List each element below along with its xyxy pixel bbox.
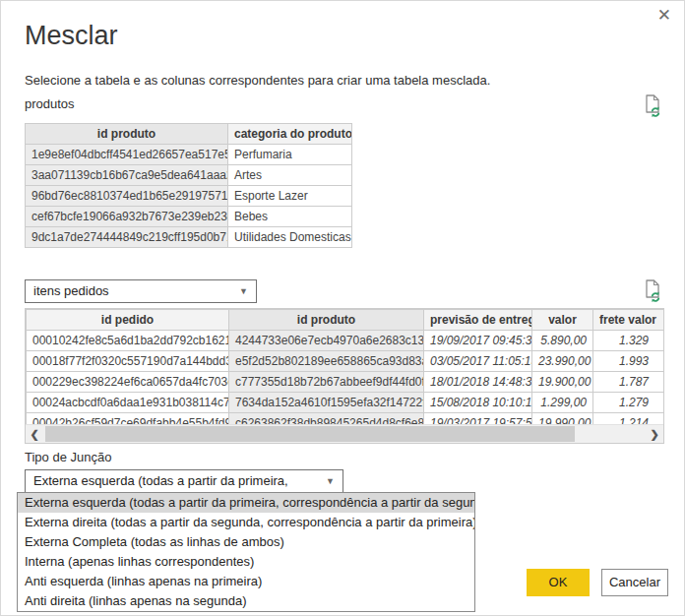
products-table: id produto categoria do produto 1e9e8ef0… (25, 123, 352, 248)
orders-table-viewport: id pedido id produto previsão de entrega… (25, 308, 664, 444)
scroll-left-icon[interactable]: ❮ (26, 425, 43, 443)
column-header-frete-valor[interactable]: frete valor (593, 310, 665, 331)
chevron-down-icon: ▼ (326, 470, 335, 492)
close-icon[interactable]: ✕ (657, 7, 671, 24)
option-externa-completa[interactable]: Externa Completa (todas as linhas de amb… (18, 532, 474, 552)
table-select-dropdown[interactable]: itens pedidos ▼ (25, 279, 257, 303)
table-header-row: id produto categoria do produto (26, 124, 352, 145)
option-externa-direita[interactable]: Externa direita (todas a partir da segun… (18, 513, 474, 532)
refresh-preview-icon[interactable] (642, 278, 663, 302)
column-header-id-produto[interactable]: id produto (229, 310, 424, 331)
merge-dialog: ✕ Mesclar Selecione a tabela e as coluna… (0, 0, 685, 616)
table-row: 1e9e8ef04dbcff4541ed26657ea517e5Perfumar… (26, 145, 352, 165)
products-table-label: produtos (25, 96, 75, 111)
column-header-id-pedido[interactable]: id pedido (27, 310, 229, 331)
cancel-button[interactable]: Cancelar (601, 569, 668, 596)
column-header-id-produto[interactable]: id produto (26, 124, 228, 145)
join-kind-dropdown[interactable]: Externa esquerda (todas a partir da prim… (25, 469, 343, 493)
option-anti-direita[interactable]: Anti direita (linhas apenas na segunda) (18, 591, 474, 611)
orders-table: id pedido id produto previsão de entrega… (26, 309, 664, 434)
table-header-row: id pedido id produto previsão de entrega… (27, 310, 665, 331)
column-header-categoria[interactable]: categoria do produto (228, 124, 352, 145)
scrollbar-thumb[interactable] (45, 426, 575, 442)
refresh-preview-icon[interactable] (642, 93, 663, 117)
join-kind-label: Tipo de Junção (25, 450, 111, 464)
column-header-valor[interactable]: valor (532, 310, 593, 331)
option-anti-esquerda[interactable]: Anti esquerda (linhas apenas na primeira… (18, 572, 474, 591)
ok-button[interactable]: OK (527, 569, 590, 596)
column-header-previsao[interactable]: previsão de entrega (424, 310, 532, 331)
table-row: 3aa071139cb16b67ca9e5dea641aaa2fArtes (26, 165, 352, 186)
dialog-title: Mesclar (25, 21, 118, 51)
option-externa-esquerda[interactable]: Externa esquerda (todas a partir da prim… (18, 493, 474, 513)
table-row: 000229ec398224ef6ca0657da4fc703e c777355… (27, 372, 665, 393)
table-row: 00024acbcdf0a6daa1e931b038114c75 7634da1… (27, 393, 665, 413)
scroll-right-icon[interactable]: ❯ (646, 425, 663, 443)
table-row: cef67bcfe19066a932b7673e239eb23dBebes (26, 207, 352, 227)
dialog-subtitle: Selecione a tabela e as colunas correspo… (25, 73, 490, 88)
table-select-value: itens pedidos (33, 283, 109, 298)
option-interna[interactable]: Interna (apenas linhas correspondentes) (18, 552, 474, 572)
chevron-down-icon: ▼ (239, 280, 248, 302)
table-row: 00018f77f2f0320c557190d7a144bdd3 e5f2d52… (27, 351, 665, 372)
horizontal-scrollbar[interactable]: ❮ ❯ (26, 424, 663, 443)
table-row: 9dc1a7de274444849c219cff195d0b71Utilidad… (26, 227, 352, 248)
table-row: 96bd76ec8810374ed1b65e291975717fEsporte … (26, 186, 352, 207)
join-kind-options-list: Externa esquerda (todas a partir da prim… (17, 492, 475, 612)
table-row: 00010242fe8c5a6d1ba2dd792cb16214 4244733… (27, 331, 665, 351)
